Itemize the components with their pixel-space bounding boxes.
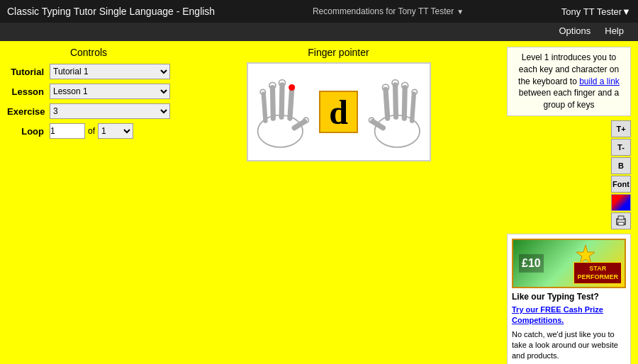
color-button[interactable] bbox=[611, 194, 631, 211]
dropdown-arrow-icon[interactable]: ▼ bbox=[457, 8, 464, 16]
svg-line-5 bbox=[272, 88, 273, 119]
svg-line-1 bbox=[289, 89, 291, 118]
svg-point-2 bbox=[289, 84, 295, 91]
svg-line-9 bbox=[294, 122, 305, 128]
ad-link[interactable]: Try our FREE Cash Prize Competitions. bbox=[512, 305, 626, 326]
exercise-select[interactable]: 3 bbox=[50, 103, 170, 119]
tutorial-select[interactable]: Tutorial 1 bbox=[50, 64, 170, 79]
side-buttons: T+ T- B Font bbox=[507, 120, 631, 229]
font-button[interactable]: Font bbox=[611, 176, 631, 193]
svg-line-18 bbox=[412, 94, 414, 121]
controls-title: Controls bbox=[7, 47, 170, 58]
svg-line-12 bbox=[386, 89, 388, 118]
bold-button[interactable]: B bbox=[611, 157, 631, 174]
print-icon bbox=[615, 215, 627, 227]
svg-line-3 bbox=[281, 85, 282, 117]
loop-label: Loop bbox=[7, 126, 50, 137]
ad-image: £10 STARPERFORMER bbox=[512, 239, 626, 288]
content-area: Controls Tutorial Tutorial 1 Lesson Less… bbox=[0, 41, 638, 364]
exercise-label: Exercise bbox=[7, 106, 50, 117]
svg-rect-24 bbox=[618, 222, 624, 225]
right-hand-icon bbox=[365, 69, 430, 154]
user-name[interactable]: Tony TT Tester▼ bbox=[561, 6, 631, 17]
svg-line-16 bbox=[404, 88, 405, 119]
middle-panel: Finger pointer bbox=[177, 47, 500, 364]
hands-container: d bbox=[248, 64, 430, 160]
loop-of-text: of bbox=[85, 126, 98, 136]
svg-line-20 bbox=[373, 122, 384, 128]
ad-text: No catch, we'd just like you to take a l… bbox=[512, 329, 626, 362]
finger-pointer-title: Finger pointer bbox=[308, 47, 369, 58]
options-menu[interactable]: Options bbox=[559, 25, 591, 38]
star-performer-badge: STARPERFORMER bbox=[573, 262, 622, 284]
svg-marker-25 bbox=[576, 245, 595, 263]
left-panel: Controls Tutorial Tutorial 1 Lesson Less… bbox=[7, 47, 170, 364]
app-title: Classic Typing Tutor Single Language - E… bbox=[7, 6, 215, 17]
left-hand-icon bbox=[248, 69, 313, 154]
key-display: d bbox=[319, 91, 358, 133]
ad-title: Like our Typing Test? bbox=[512, 291, 626, 303]
top-bar: Classic Typing Tutor Single Language - E… bbox=[0, 0, 638, 23]
ad-box: £10 STARPERFORMER Like our Typing Test? … bbox=[507, 234, 631, 364]
info-box: Level 1 introduces you to each key and c… bbox=[507, 47, 631, 116]
tutorial-label: Tutorial bbox=[7, 67, 50, 77]
loop-total-select[interactable]: 1 bbox=[98, 123, 133, 139]
svg-line-7 bbox=[263, 94, 265, 121]
loop-input[interactable]: 1 bbox=[50, 123, 85, 139]
text-increase-button[interactable]: T+ bbox=[611, 120, 631, 137]
menu-bar: Options Help bbox=[0, 23, 638, 41]
prize-text: £10 bbox=[519, 254, 544, 273]
key-character: d bbox=[329, 93, 348, 132]
svg-rect-23 bbox=[618, 216, 624, 220]
recommendations-label: Recommendations for Tony TT Tester ▼ bbox=[313, 6, 464, 16]
lesson-row: Lesson Lesson 1 bbox=[7, 84, 170, 99]
info-text: Level 1 introduces you to each key and c… bbox=[518, 52, 620, 110]
lesson-label: Lesson bbox=[7, 86, 50, 97]
tutorial-row: Tutorial Tutorial 1 bbox=[7, 64, 170, 79]
text-decrease-button[interactable]: T- bbox=[611, 139, 631, 156]
help-menu[interactable]: Help bbox=[605, 25, 624, 38]
loop-controls: 1 of 1 bbox=[50, 123, 133, 139]
svg-line-14 bbox=[395, 85, 396, 117]
finger-display: d bbox=[247, 62, 431, 161]
right-panel: Level 1 introduces you to each key and c… bbox=[507, 47, 631, 364]
main-content: Controls Tutorial Tutorial 1 Lesson Less… bbox=[0, 41, 638, 364]
exercise-row: Exercise 3 bbox=[7, 103, 170, 119]
print-button[interactable] bbox=[611, 212, 631, 229]
loop-row: Loop 1 of 1 bbox=[7, 123, 170, 139]
lesson-select[interactable]: Lesson 1 bbox=[50, 84, 170, 99]
